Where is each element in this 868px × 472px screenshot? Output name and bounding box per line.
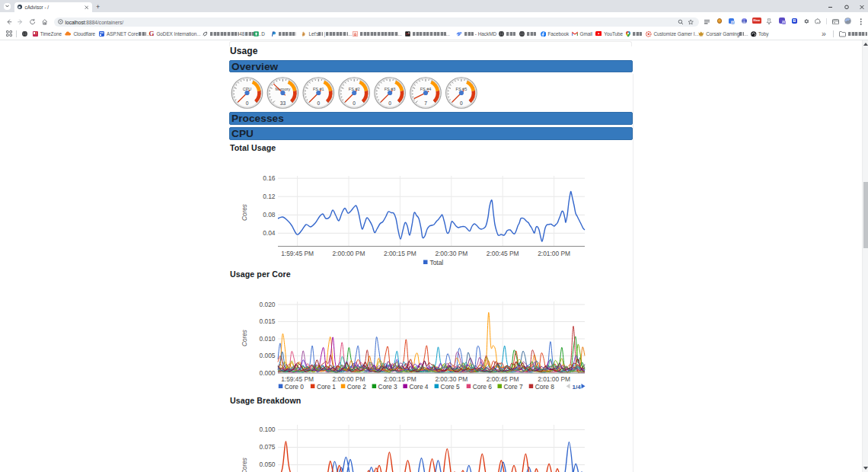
svg-text:0: 0: [388, 100, 391, 106]
svg-text:2:00:00 PM: 2:00:00 PM: [333, 250, 365, 257]
svg-text:0: 0: [460, 100, 463, 106]
svg-text:Core 1: Core 1: [317, 383, 336, 391]
svg-text:2:00:00 PM: 2:00:00 PM: [333, 375, 365, 383]
svg-text:0.000: 0.000: [260, 369, 276, 377]
svg-text:Core 7: Core 7: [504, 383, 523, 391]
svg-text:7: 7: [424, 100, 427, 106]
svg-text:Cores: Cores: [241, 458, 248, 472]
svg-text:Cores: Cores: [241, 330, 248, 346]
svg-text:2:01:00 PM: 2:01:00 PM: [538, 375, 570, 383]
svg-text:0.100: 0.100: [260, 426, 276, 433]
svg-text:Total: Total: [430, 259, 444, 266]
svg-text:1/4: 1/4: [573, 384, 582, 391]
svg-text:1:59:45 PM: 1:59:45 PM: [281, 250, 314, 257]
svg-text:Core 5: Core 5: [441, 383, 460, 391]
svg-text:0.16: 0.16: [263, 174, 276, 182]
svg-text:0.04: 0.04: [263, 229, 276, 237]
svg-text:Core 6: Core 6: [473, 383, 492, 391]
svg-text:Core 3: Core 3: [378, 383, 397, 391]
svg-text:2:00:45 PM: 2:00:45 PM: [487, 375, 519, 383]
svg-text:2:00:30 PM: 2:00:30 PM: [435, 375, 468, 383]
svg-text:1:59:45 PM: 1:59:45 PM: [281, 375, 314, 383]
svg-text:0.015: 0.015: [260, 317, 276, 325]
svg-text:0: 0: [353, 100, 356, 106]
svg-text:2:00:45 PM: 2:00:45 PM: [487, 250, 519, 257]
svg-text:Cores: Cores: [241, 204, 248, 221]
svg-text:0.020: 0.020: [260, 301, 276, 308]
svg-text:0.12: 0.12: [263, 193, 276, 200]
svg-text:0.050: 0.050: [260, 461, 276, 468]
svg-text:Core 2: Core 2: [347, 383, 366, 391]
svg-text:Core 0: Core 0: [285, 383, 304, 391]
svg-text:0.08: 0.08: [263, 211, 276, 218]
svg-text:0: 0: [317, 100, 320, 106]
svg-text:2:00:15 PM: 2:00:15 PM: [384, 375, 416, 383]
svg-text:33: 33: [280, 100, 286, 106]
svg-text:Core 4: Core 4: [409, 383, 428, 391]
svg-text:0.010: 0.010: [260, 335, 276, 343]
svg-text:2:01:00 PM: 2:01:00 PM: [538, 250, 570, 257]
svg-text:0.075: 0.075: [260, 443, 276, 451]
svg-text:0.005: 0.005: [260, 352, 276, 359]
svg-text:2:00:30 PM: 2:00:30 PM: [435, 250, 468, 257]
svg-text:0: 0: [246, 100, 249, 106]
svg-text:Core 8: Core 8: [535, 383, 554, 391]
svg-text:2:00:15 PM: 2:00:15 PM: [384, 250, 416, 257]
